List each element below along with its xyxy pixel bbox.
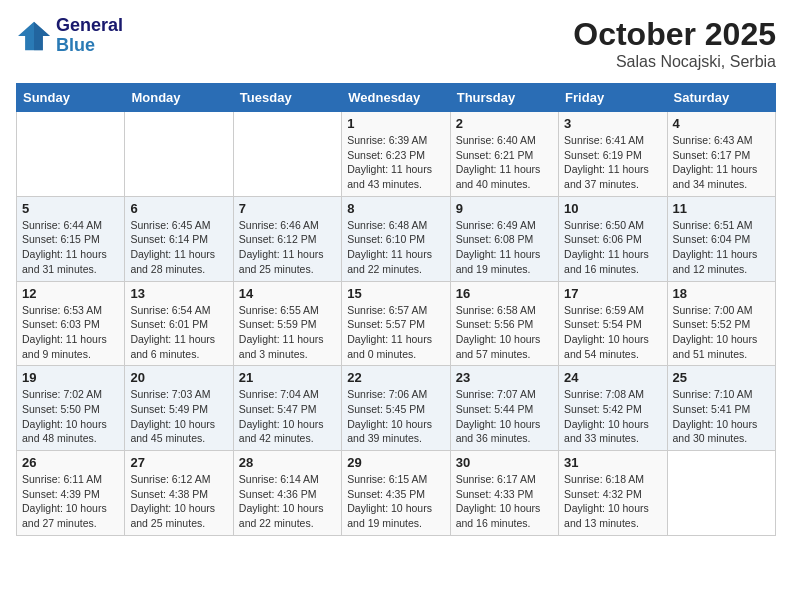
calendar-day-cell: 21Sunrise: 7:04 AM Sunset: 5:47 PM Dayli… <box>233 366 341 451</box>
page-subtitle: Salas Nocajski, Serbia <box>573 53 776 71</box>
day-number: 3 <box>564 116 661 131</box>
calendar-day-cell: 7Sunrise: 6:46 AM Sunset: 6:12 PM Daylig… <box>233 196 341 281</box>
day-number: 18 <box>673 286 770 301</box>
calendar-day-cell: 12Sunrise: 6:53 AM Sunset: 6:03 PM Dayli… <box>17 281 125 366</box>
page-title: October 2025 <box>573 16 776 53</box>
weekday-header: Wednesday <box>342 84 450 112</box>
calendar-day-cell: 5Sunrise: 6:44 AM Sunset: 6:15 PM Daylig… <box>17 196 125 281</box>
day-number: 23 <box>456 370 553 385</box>
calendar-day-cell <box>233 112 341 197</box>
day-info: Sunrise: 7:04 AM Sunset: 5:47 PM Dayligh… <box>239 387 336 446</box>
calendar-table: SundayMondayTuesdayWednesdayThursdayFrid… <box>16 83 776 536</box>
day-number: 13 <box>130 286 227 301</box>
day-number: 15 <box>347 286 444 301</box>
day-number: 26 <box>22 455 119 470</box>
day-number: 1 <box>347 116 444 131</box>
day-info: Sunrise: 7:07 AM Sunset: 5:44 PM Dayligh… <box>456 387 553 446</box>
calendar-day-cell: 18Sunrise: 7:00 AM Sunset: 5:52 PM Dayli… <box>667 281 775 366</box>
day-info: Sunrise: 7:00 AM Sunset: 5:52 PM Dayligh… <box>673 303 770 362</box>
calendar-day-cell: 9Sunrise: 6:49 AM Sunset: 6:08 PM Daylig… <box>450 196 558 281</box>
calendar-day-cell: 13Sunrise: 6:54 AM Sunset: 6:01 PM Dayli… <box>125 281 233 366</box>
day-number: 11 <box>673 201 770 216</box>
day-info: Sunrise: 6:12 AM Sunset: 4:38 PM Dayligh… <box>130 472 227 531</box>
calendar-day-cell: 29Sunrise: 6:15 AM Sunset: 4:35 PM Dayli… <box>342 451 450 536</box>
logo-text: General Blue <box>56 16 123 56</box>
day-number: 25 <box>673 370 770 385</box>
day-number: 16 <box>456 286 553 301</box>
calendar-day-cell: 4Sunrise: 6:43 AM Sunset: 6:17 PM Daylig… <box>667 112 775 197</box>
day-info: Sunrise: 6:44 AM Sunset: 6:15 PM Dayligh… <box>22 218 119 277</box>
calendar-day-cell: 26Sunrise: 6:11 AM Sunset: 4:39 PM Dayli… <box>17 451 125 536</box>
calendar-header-row: SundayMondayTuesdayWednesdayThursdayFrid… <box>17 84 776 112</box>
calendar-day-cell: 16Sunrise: 6:58 AM Sunset: 5:56 PM Dayli… <box>450 281 558 366</box>
calendar-week-row: 5Sunrise: 6:44 AM Sunset: 6:15 PM Daylig… <box>17 196 776 281</box>
day-number: 31 <box>564 455 661 470</box>
day-info: Sunrise: 7:02 AM Sunset: 5:50 PM Dayligh… <box>22 387 119 446</box>
calendar-week-row: 1Sunrise: 6:39 AM Sunset: 6:23 PM Daylig… <box>17 112 776 197</box>
calendar-day-cell: 6Sunrise: 6:45 AM Sunset: 6:14 PM Daylig… <box>125 196 233 281</box>
day-number: 17 <box>564 286 661 301</box>
day-number: 7 <box>239 201 336 216</box>
day-number: 12 <box>22 286 119 301</box>
day-number: 20 <box>130 370 227 385</box>
day-info: Sunrise: 6:57 AM Sunset: 5:57 PM Dayligh… <box>347 303 444 362</box>
calendar-day-cell: 25Sunrise: 7:10 AM Sunset: 5:41 PM Dayli… <box>667 366 775 451</box>
day-info: Sunrise: 6:14 AM Sunset: 4:36 PM Dayligh… <box>239 472 336 531</box>
day-info: Sunrise: 6:43 AM Sunset: 6:17 PM Dayligh… <box>673 133 770 192</box>
day-info: Sunrise: 6:41 AM Sunset: 6:19 PM Dayligh… <box>564 133 661 192</box>
calendar-day-cell: 20Sunrise: 7:03 AM Sunset: 5:49 PM Dayli… <box>125 366 233 451</box>
calendar-day-cell: 28Sunrise: 6:14 AM Sunset: 4:36 PM Dayli… <box>233 451 341 536</box>
day-info: Sunrise: 7:08 AM Sunset: 5:42 PM Dayligh… <box>564 387 661 446</box>
day-info: Sunrise: 6:17 AM Sunset: 4:33 PM Dayligh… <box>456 472 553 531</box>
calendar-day-cell: 24Sunrise: 7:08 AM Sunset: 5:42 PM Dayli… <box>559 366 667 451</box>
weekday-header: Thursday <box>450 84 558 112</box>
day-info: Sunrise: 6:55 AM Sunset: 5:59 PM Dayligh… <box>239 303 336 362</box>
day-number: 22 <box>347 370 444 385</box>
day-number: 8 <box>347 201 444 216</box>
svg-marker-1 <box>34 22 50 50</box>
calendar-day-cell: 31Sunrise: 6:18 AM Sunset: 4:32 PM Dayli… <box>559 451 667 536</box>
day-info: Sunrise: 7:06 AM Sunset: 5:45 PM Dayligh… <box>347 387 444 446</box>
title-block: October 2025 Salas Nocajski, Serbia <box>573 16 776 71</box>
day-info: Sunrise: 7:03 AM Sunset: 5:49 PM Dayligh… <box>130 387 227 446</box>
day-info: Sunrise: 6:15 AM Sunset: 4:35 PM Dayligh… <box>347 472 444 531</box>
logo-icon <box>16 20 52 52</box>
calendar-day-cell: 15Sunrise: 6:57 AM Sunset: 5:57 PM Dayli… <box>342 281 450 366</box>
day-number: 19 <box>22 370 119 385</box>
day-info: Sunrise: 6:40 AM Sunset: 6:21 PM Dayligh… <box>456 133 553 192</box>
calendar-day-cell: 11Sunrise: 6:51 AM Sunset: 6:04 PM Dayli… <box>667 196 775 281</box>
calendar-day-cell: 30Sunrise: 6:17 AM Sunset: 4:33 PM Dayli… <box>450 451 558 536</box>
day-number: 9 <box>456 201 553 216</box>
day-info: Sunrise: 7:10 AM Sunset: 5:41 PM Dayligh… <box>673 387 770 446</box>
day-info: Sunrise: 6:18 AM Sunset: 4:32 PM Dayligh… <box>564 472 661 531</box>
calendar-day-cell: 10Sunrise: 6:50 AM Sunset: 6:06 PM Dayli… <box>559 196 667 281</box>
day-number: 28 <box>239 455 336 470</box>
calendar-day-cell: 19Sunrise: 7:02 AM Sunset: 5:50 PM Dayli… <box>17 366 125 451</box>
calendar-day-cell: 3Sunrise: 6:41 AM Sunset: 6:19 PM Daylig… <box>559 112 667 197</box>
day-info: Sunrise: 6:54 AM Sunset: 6:01 PM Dayligh… <box>130 303 227 362</box>
calendar-day-cell: 14Sunrise: 6:55 AM Sunset: 5:59 PM Dayli… <box>233 281 341 366</box>
page-header: General Blue October 2025 Salas Nocajski… <box>16 16 776 71</box>
calendar-day-cell <box>125 112 233 197</box>
calendar-day-cell: 23Sunrise: 7:07 AM Sunset: 5:44 PM Dayli… <box>450 366 558 451</box>
weekday-header: Tuesday <box>233 84 341 112</box>
calendar-day-cell <box>667 451 775 536</box>
day-number: 14 <box>239 286 336 301</box>
day-number: 30 <box>456 455 553 470</box>
weekday-header: Sunday <box>17 84 125 112</box>
calendar-day-cell: 8Sunrise: 6:48 AM Sunset: 6:10 PM Daylig… <box>342 196 450 281</box>
day-info: Sunrise: 6:46 AM Sunset: 6:12 PM Dayligh… <box>239 218 336 277</box>
day-info: Sunrise: 6:39 AM Sunset: 6:23 PM Dayligh… <box>347 133 444 192</box>
calendar-day-cell: 2Sunrise: 6:40 AM Sunset: 6:21 PM Daylig… <box>450 112 558 197</box>
weekday-header: Friday <box>559 84 667 112</box>
day-number: 2 <box>456 116 553 131</box>
day-info: Sunrise: 6:58 AM Sunset: 5:56 PM Dayligh… <box>456 303 553 362</box>
day-number: 21 <box>239 370 336 385</box>
day-info: Sunrise: 6:49 AM Sunset: 6:08 PM Dayligh… <box>456 218 553 277</box>
day-info: Sunrise: 6:11 AM Sunset: 4:39 PM Dayligh… <box>22 472 119 531</box>
day-info: Sunrise: 6:48 AM Sunset: 6:10 PM Dayligh… <box>347 218 444 277</box>
weekday-header: Saturday <box>667 84 775 112</box>
calendar-week-row: 26Sunrise: 6:11 AM Sunset: 4:39 PM Dayli… <box>17 451 776 536</box>
calendar-day-cell: 17Sunrise: 6:59 AM Sunset: 5:54 PM Dayli… <box>559 281 667 366</box>
day-number: 29 <box>347 455 444 470</box>
